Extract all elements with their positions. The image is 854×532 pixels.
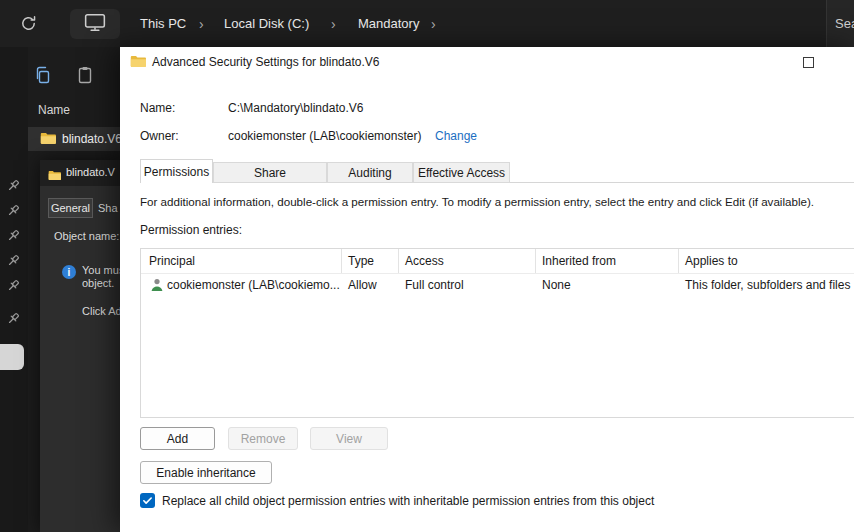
properties-titlebar[interactable]: blindato.V [40,160,120,186]
column-access[interactable]: Access [405,254,444,268]
monitor-icon [84,13,106,36]
column-header-name[interactable]: Name [38,103,70,117]
maximize-icon[interactable] [803,57,814,68]
column-divider [341,249,342,273]
cell-type: Allow [348,278,377,292]
properties-info-line2: object. [82,277,114,289]
file-name: blindato.V6 [62,132,122,146]
chevron-right-icon: › [199,0,204,47]
tab-share[interactable]: Share [213,162,327,183]
paste-icon[interactable] [76,66,94,88]
screen: This PC › Local Disk (C:) › Mandatory › … [0,0,854,532]
tab-permissions[interactable]: Permissions [140,159,213,183]
permission-entries-table[interactable]: Principal Type Access Inherited from App… [140,248,854,418]
object-name-label: Object name: [54,230,119,242]
user-icon [149,277,165,297]
refresh-icon[interactable] [20,15,38,33]
copy-icon[interactable] [34,66,52,88]
owner-value: cookiemonster (LAB\cookiemonster) [228,129,421,143]
chevron-right-icon: › [431,0,436,47]
properties-dialog: blindato.V General Sha Object name: i Yo… [40,160,120,532]
column-divider [678,249,679,273]
this-pc-tab[interactable] [70,9,120,39]
pin-icon[interactable] [6,178,21,197]
owner-label: Owner: [140,129,179,143]
replace-permissions-checkbox[interactable] [140,493,155,508]
column-type[interactable]: Type [348,254,374,268]
pin-icon[interactable] [6,203,21,222]
search-box[interactable]: Sea [826,0,854,47]
table-row[interactable]: cookiemonster (LAB\cookiemo... Allow Ful… [141,275,854,297]
properties-tab-general[interactable]: General [48,198,93,218]
folder-icon [40,131,56,149]
check-icon [142,492,153,510]
header-divider [141,273,854,274]
folder-icon [48,167,61,185]
pin-icon[interactable] [6,278,21,297]
explorer-address-bar: This PC › Local Disk (C:) › Mandatory › … [0,0,854,47]
column-inherited-from[interactable]: Inherited from [542,254,616,268]
column-divider [535,249,536,273]
column-principal[interactable]: Principal [149,254,195,268]
add-button[interactable]: Add [140,427,215,450]
view-button[interactable]: View [310,427,388,450]
advanced-security-dialog: Advanced Security Settings for blindato.… [120,47,854,532]
name-value: C:\Mandatory\blindato.V6 [228,101,363,115]
breadcrumb-this-pc[interactable]: This PC [140,0,186,47]
chevron-right-icon: › [331,0,336,47]
change-owner-link[interactable]: Change [435,129,477,143]
pin-icon[interactable] [6,228,21,247]
tab-effective-access[interactable]: Effective Access [413,162,510,183]
properties-info-line1: You mus [82,264,120,276]
remove-button[interactable]: Remove [228,427,298,450]
search-text: Sea [835,16,854,31]
replace-permissions-label: Replace all child object permission entr… [162,494,654,508]
column-divider [398,249,399,273]
name-label: Name: [140,101,175,115]
tab-auditing[interactable]: Auditing [327,162,413,183]
side-rail [0,47,28,532]
pin-icon[interactable] [6,311,21,330]
info-icon: i [62,265,76,279]
breadcrumb-local-disk[interactable]: Local Disk (C:) [224,0,309,47]
cell-inherited-from: None [542,278,571,292]
column-applies-to[interactable]: Applies to [685,254,738,268]
permissions-description: For additional information, double-click… [140,195,814,208]
breadcrumb-mandatory[interactable]: Mandatory [358,0,419,47]
folder-icon [130,54,146,72]
cell-applies-to: This folder, subfolders and files [685,278,850,292]
file-row-blindato[interactable]: blindato.V6 [28,127,120,151]
pin-icon[interactable] [6,253,21,272]
dialog-title: Advanced Security Settings for blindato.… [152,55,379,69]
permission-entries-label: Permission entries: [140,223,242,237]
properties-dialog-title: blindato.V [66,166,115,178]
properties-tab-sharing[interactable]: Sha [98,202,118,214]
enable-inheritance-button[interactable]: Enable inheritance [140,461,272,484]
cell-principal: cookiemonster (LAB\cookiemo... [167,278,340,292]
rail-selected-item[interactable] [0,344,24,370]
properties-click-line: Click Ad [82,305,120,317]
cell-access: Full control [405,278,464,292]
